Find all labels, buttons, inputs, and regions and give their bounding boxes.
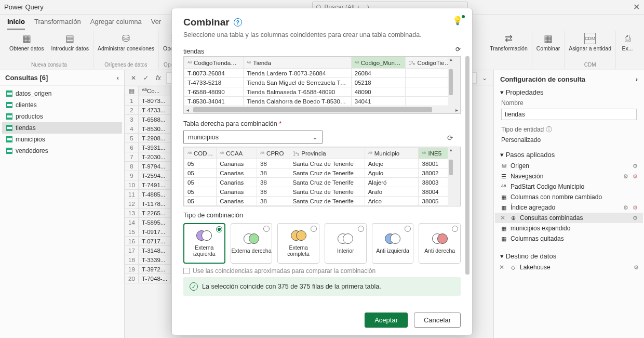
table-row[interactable]: T-8073-26084Tienda Lardero T-8073-260842…: [184, 69, 454, 78]
cancel-button[interactable]: Cancelar: [414, 313, 461, 328]
table-row[interactable]: T-4733-5218Tienda San Miguel de Serrezue…: [184, 78, 454, 87]
col-header[interactable]: ᴬᴮCODAUTO: [184, 148, 217, 159]
col-header[interactable]: ᴬᴮMunicipio: [365, 148, 419, 159]
col-header[interactable]: ᴬᴮCPRO: [257, 148, 289, 159]
left-preview-table[interactable]: ᴬᴮCodigoTiendaOrgᴬᴮTiendaᴬᴮCodigo_Munici…: [184, 57, 454, 106]
join-option-5[interactable]: Anti derecha: [419, 223, 461, 264]
right-preview-table[interactable]: ᴬᴮCODAUTOᴬᴮCCAAᴬᴮCPRO1²₃ProvinciaᴬᴮMunic…: [184, 147, 454, 206]
right-table-label: Tabla derecha para combinación: [183, 120, 277, 127]
join-option-1[interactable]: Externa derecha: [231, 223, 273, 264]
table-row[interactable]: 05Canarias38Santa Cruz de TenerifeAlajer…: [184, 178, 454, 187]
venn-icon: [432, 233, 448, 244]
radio-icon: [405, 226, 411, 232]
venn-icon: [196, 230, 212, 241]
join-option-2[interactable]: Externa completa: [277, 223, 319, 264]
table-row[interactable]: 05Canarias38Santa Cruz de TenerifeArafo3…: [184, 187, 454, 197]
venn-icon: [244, 233, 259, 244]
table-row[interactable]: 05Canarias38Santa Cruz de TenerifeAdeje3…: [184, 159, 454, 168]
col-header[interactable]: ᴬᴮCodigo_Municipio: [351, 57, 405, 69]
combinar-modal: 💡 Combinar ? Seleccione una tabla y las …: [171, 8, 473, 335]
help-icon[interactable]: ?: [234, 18, 242, 27]
table-row[interactable]: T-8530-34041Tienda Calahorra de Boedo T-…: [184, 97, 454, 106]
col-header[interactable]: ᴬᴮCCAA: [217, 148, 257, 159]
scrollbar-h[interactable]: ◂▸: [184, 106, 460, 113]
left-table-label: tiendas: [183, 48, 461, 55]
modal-scrollbar[interactable]: [465, 56, 470, 304]
join-option-3[interactable]: Interior: [325, 223, 367, 264]
modal-overlay: 💡 Combinar ? Seleccione una tabla y las …: [0, 0, 644, 338]
table-row[interactable]: 05Canarias38Santa Cruz de TenerifeArico3…: [184, 197, 454, 206]
join-option-4[interactable]: Anti izquierda: [372, 223, 414, 264]
modal-desc: Seleccione una tabla y las columnas coin…: [183, 31, 461, 38]
chevron-down-icon: ⌄: [312, 133, 318, 141]
venn-icon: [291, 230, 306, 241]
accept-button[interactable]: Aceptar: [365, 313, 408, 328]
venn-icon: [338, 233, 353, 244]
refresh-right-icon[interactable]: ⟳: [447, 134, 453, 142]
radio-icon: [216, 226, 222, 232]
lightbulb-icon[interactable]: 💡: [452, 16, 463, 25]
col-header[interactable]: ᴬᴮCodigoTiendaOrg: [184, 57, 244, 69]
scrollbar-v[interactable]: ▴: [448, 57, 454, 106]
match-banner: ✓ La selección coincide con 375 de 375 f…: [183, 277, 461, 296]
table-row[interactable]: T-6588-48090Tienda Balmaseda T-6588-4809…: [184, 87, 454, 97]
radio-icon: [452, 226, 458, 232]
right-table-select[interactable]: municipios⌄: [183, 131, 323, 144]
scrollbar-v-2[interactable]: ▴: [448, 147, 454, 206]
tipo-combinacion-label: Tipo de combinación: [183, 212, 461, 219]
check-icon: ✓: [190, 282, 198, 291]
radio-icon: [263, 226, 270, 232]
refresh-left-icon[interactable]: ⟳: [455, 46, 461, 53]
join-option-0[interactable]: Externa izquierda: [183, 223, 225, 264]
table-row[interactable]: 05Canarias38Santa Cruz de TenerifeAgulo3…: [184, 168, 454, 178]
join-types: Externa izquierdaExterna derechaExterna …: [183, 223, 461, 264]
col-header[interactable]: ᴬᴮTienda: [244, 57, 352, 69]
radio-icon: [311, 226, 317, 232]
col-header[interactable]: 1²₃CodigoTienda: [405, 57, 453, 69]
modal-title: Combinar ?: [183, 17, 461, 28]
fuzzy-label: Use las coincidencias aproximadas para c…: [193, 268, 375, 274]
fuzzy-checkbox[interactable]: [183, 268, 190, 274]
col-header[interactable]: 1²₃Provincia: [289, 148, 365, 159]
radio-icon: [358, 226, 364, 232]
venn-icon: [385, 233, 400, 244]
